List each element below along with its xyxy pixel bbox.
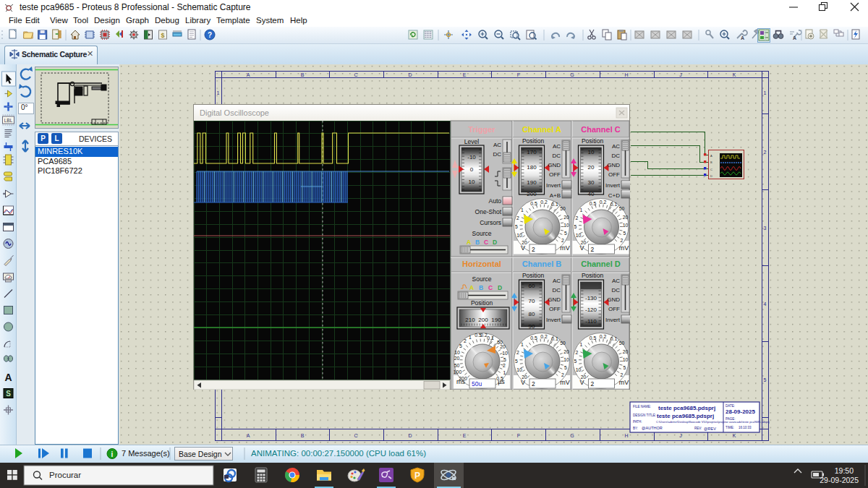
svg-text:DATE:: DATE: bbox=[726, 404, 735, 408]
svg-text:20: 20 bbox=[500, 344, 506, 349]
svg-text:P: P bbox=[414, 471, 420, 481]
svg-text:0.5: 0.5 bbox=[530, 335, 537, 341]
svg-text:4: 4 bbox=[764, 301, 767, 307]
svg-text:50u: 50u bbox=[472, 380, 482, 388]
svg-text:Level: Level bbox=[464, 138, 479, 145]
svg-text:5: 5 bbox=[564, 231, 567, 236]
svg-text:C: C bbox=[354, 433, 357, 438]
svg-text:1: 1 bbox=[217, 90, 220, 95]
svg-text:B: B bbox=[479, 284, 483, 291]
svg-text:C: C bbox=[484, 239, 488, 246]
svg-text:28-09-2025: 28-09-2025 bbox=[726, 408, 755, 415]
svg-text:Position: Position bbox=[522, 272, 545, 279]
svg-text:F: F bbox=[517, 72, 520, 77]
svg-text:AC: AC bbox=[553, 278, 561, 284]
svg-text:H: H bbox=[624, 72, 628, 77]
svg-text:Channel A: Channel A bbox=[522, 125, 561, 134]
svg-text:1: 1 bbox=[580, 342, 583, 347]
svg-text:5: 5 bbox=[764, 377, 767, 382]
svg-text:3: 3 bbox=[764, 226, 767, 231]
svg-text:0.5: 0.5 bbox=[590, 335, 597, 341]
svg-text:19:50: 19:50 bbox=[835, 466, 854, 475]
svg-text:B: B bbox=[301, 72, 305, 77]
svg-text:TIME:: TIME: bbox=[726, 426, 734, 429]
svg-text:2: 2 bbox=[576, 350, 579, 355]
svg-text:1: 1 bbox=[469, 335, 472, 340]
svg-text:A: A bbox=[247, 433, 250, 438]
svg-text:5: 5 bbox=[574, 224, 577, 229]
svg-text:5: 5 bbox=[459, 343, 462, 348]
svg-text:OFF: OFF bbox=[608, 171, 620, 178]
svg-text:G: G bbox=[570, 72, 574, 77]
svg-text:C: C bbox=[354, 72, 357, 77]
svg-text:10: 10 bbox=[563, 357, 569, 362]
svg-text:Trigger: Trigger bbox=[468, 125, 495, 134]
svg-text:2: 2 bbox=[621, 238, 624, 243]
svg-text:E: E bbox=[463, 433, 467, 438]
svg-text:J: J bbox=[679, 433, 682, 438]
svg-text:2: 2 bbox=[503, 363, 506, 368]
svg-text:teste pca9685.pdsprj: teste pca9685.pdsprj bbox=[657, 413, 714, 419]
svg-text:PAGE:: PAGE: bbox=[726, 417, 735, 421]
svg-text:1: 1 bbox=[521, 342, 524, 347]
svg-text:A: A bbox=[793, 35, 796, 40]
svg-text:0.1: 0.1 bbox=[610, 202, 618, 207]
svg-text:A: A bbox=[741, 35, 744, 40]
svg-text:D: D bbox=[710, 174, 712, 178]
svg-text:K: K bbox=[733, 433, 736, 438]
svg-text:$: $ bbox=[161, 32, 164, 39]
svg-text:10: 10 bbox=[576, 367, 582, 372]
svg-text:29-09-2025: 29-09-2025 bbox=[820, 476, 859, 484]
svg-text:K: K bbox=[733, 72, 736, 77]
svg-text:5: 5 bbox=[515, 224, 518, 229]
svg-text:PATH:: PATH: bbox=[633, 420, 642, 424]
svg-text:16:10:33: 16:10:33 bbox=[739, 426, 752, 429]
svg-text:Position: Position bbox=[522, 137, 545, 145]
svg-text:FILE NAME:: FILE NAME: bbox=[633, 405, 651, 408]
svg-text:D: D bbox=[493, 239, 497, 246]
svg-text:2: 2 bbox=[591, 380, 595, 388]
svg-text:2: 2 bbox=[532, 246, 535, 253]
svg-text:50: 50 bbox=[454, 363, 460, 368]
svg-text:10: 10 bbox=[516, 233, 522, 238]
svg-text:10: 10 bbox=[623, 223, 629, 228]
svg-text:50: 50 bbox=[619, 341, 625, 346]
svg-text:20: 20 bbox=[563, 215, 569, 220]
svg-text:DC: DC bbox=[611, 287, 620, 294]
svg-text:DC: DC bbox=[552, 287, 561, 294]
svg-text:V: V bbox=[521, 379, 525, 386]
svg-text:200: 200 bbox=[478, 317, 488, 323]
svg-text:DC: DC bbox=[611, 153, 620, 159]
svg-text:2: 2 bbox=[516, 215, 519, 221]
svg-text:mV: mV bbox=[619, 244, 629, 252]
svg-text:Cursors: Cursors bbox=[480, 219, 501, 226]
svg-text:@AUTHOR: @AUTHOR bbox=[642, 426, 663, 430]
svg-text:20: 20 bbox=[563, 349, 569, 354]
svg-text:?: ? bbox=[208, 31, 212, 39]
svg-text:190: 190 bbox=[491, 317, 501, 323]
svg-text:Horizontal: Horizontal bbox=[462, 260, 501, 268]
svg-text:0.2: 0.2 bbox=[540, 334, 548, 339]
svg-text:C: C bbox=[488, 284, 493, 291]
svg-text:OFF: OFF bbox=[549, 171, 561, 178]
svg-text:V: V bbox=[579, 244, 584, 252]
svg-text:A: A bbox=[467, 239, 471, 246]
svg-text:C:\Users\ademir\Desktop\flowco: C:\Users\ademir\Desktop\flowcode V10\pro… bbox=[656, 420, 770, 424]
svg-text:µs: µs bbox=[498, 378, 505, 385]
svg-text:AC: AC bbox=[553, 143, 561, 150]
svg-text:H: H bbox=[624, 433, 628, 438]
svg-text:C: C bbox=[710, 168, 712, 171]
svg-text:2: 2 bbox=[516, 350, 519, 355]
svg-text:0.2: 0.2 bbox=[600, 334, 607, 339]
svg-text:0.5: 0.5 bbox=[590, 201, 597, 206]
svg-text:E: E bbox=[463, 72, 467, 77]
svg-text:Invert: Invert bbox=[546, 182, 561, 189]
svg-text:2: 2 bbox=[576, 215, 579, 221]
svg-text:2: 2 bbox=[764, 150, 767, 155]
svg-text:5: 5 bbox=[503, 357, 506, 362]
svg-text:Source: Source bbox=[472, 275, 492, 283]
svg-text:DC: DC bbox=[552, 153, 561, 159]
svg-text:OFF: OFF bbox=[549, 306, 561, 312]
svg-text:AC: AC bbox=[612, 278, 620, 284]
svg-text:F: F bbox=[517, 433, 520, 438]
